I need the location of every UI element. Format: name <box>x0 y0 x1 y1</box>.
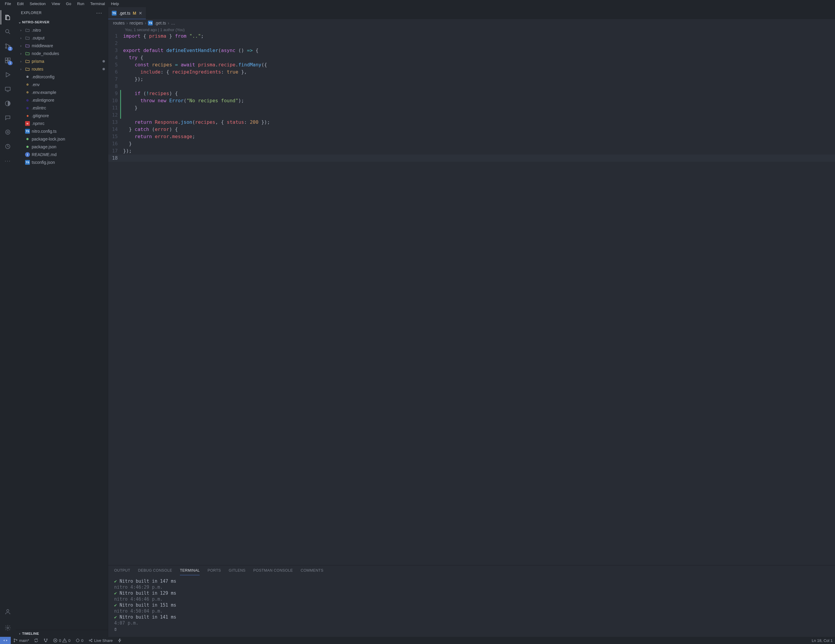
code-line[interactable]: 15 return error.message; <box>108 133 835 140</box>
code-text <box>123 154 835 162</box>
more-icon[interactable]: ··· <box>1 154 15 168</box>
breadcrumb-segment[interactable]: recipes <box>130 21 143 25</box>
ports-indicator[interactable]: 0 <box>73 638 86 643</box>
item-label: routes <box>32 67 43 72</box>
panel-tab-ports[interactable]: PORTS <box>207 568 221 575</box>
code-line[interactable]: 7 }); <box>108 76 835 83</box>
tab-get-ts[interactable]: TS .get.ts M ✕ <box>108 7 146 19</box>
terminal-output[interactable]: ✔ Nitro built in 147 msnitro 4:46:29 p.m… <box>108 575 835 637</box>
env-icon: ⚙ <box>25 90 30 95</box>
code-line[interactable]: 13 return Response.json(recipes, { statu… <box>108 119 835 126</box>
breadcrumbs[interactable]: routes›recipes›TS.get.ts›… <box>108 19 835 27</box>
code-line[interactable]: 9 if (!recipes) { <box>108 90 835 97</box>
problems-indicator[interactable]: 0 0 <box>50 638 73 643</box>
code-line[interactable]: 8 <box>108 83 835 90</box>
item-label: package-lock.json <box>32 137 65 141</box>
file--gitignore[interactable]: ◆.gitignore <box>16 112 108 120</box>
ts-icon: TS <box>25 129 30 133</box>
folder-node_modules[interactable]: ›node_modules <box>16 50 108 57</box>
sync-button[interactable] <box>31 638 41 643</box>
explorer-icon[interactable] <box>1 10 15 24</box>
settings-gear-icon[interactable] <box>1 621 15 635</box>
status-bar: main* 0 0 0 Live Share Ln 18, Col 1 <box>0 637 835 644</box>
code-line[interactable]: 6 include: { recipeIngredients: true }, <box>108 68 835 76</box>
cursor-position[interactable]: Ln 18, Col 1 <box>809 638 835 643</box>
editor-area: TS .get.ts M ✕ routes›recipes›TS.get.ts›… <box>108 7 835 637</box>
file-nitro-config-ts[interactable]: TSnitro.config.ts <box>16 127 108 135</box>
git-branch[interactable]: main* <box>11 638 31 643</box>
folder-middleware[interactable]: ›middleware <box>16 42 108 50</box>
menu-selection[interactable]: Selection <box>27 1 48 7</box>
panel-tab-terminal[interactable]: TERMINAL <box>180 568 200 575</box>
file--npmrc[interactable]: N.npmrc <box>16 120 108 127</box>
code-line[interactable]: 11 } <box>108 104 835 112</box>
code-line[interactable]: 1import { prisma } from ".."; <box>108 33 835 40</box>
bolt-icon[interactable] <box>115 638 125 643</box>
menu-help[interactable]: Help <box>109 1 121 7</box>
panel-tab-gitlens[interactable]: GITLENS <box>229 568 245 575</box>
file--env-example[interactable]: ⚙.env.example <box>16 88 108 96</box>
tab-modified-indicator: M <box>133 11 136 16</box>
code-text: }); <box>123 147 835 154</box>
live-share-button[interactable]: Live Share <box>86 638 115 643</box>
menu-terminal[interactable]: Terminal <box>88 1 107 7</box>
code-line[interactable]: 18 <box>108 154 835 162</box>
file--eslintrc[interactable]: ◎.eslintrc <box>16 104 108 112</box>
file--editorconfig[interactable]: ⚙.editorconfig <box>16 73 108 81</box>
file-package-json[interactable]: ⬢package.json <box>16 143 108 151</box>
refresh-icon[interactable] <box>1 139 15 154</box>
code-editor[interactable]: 1import { prisma } from "..";23export de… <box>108 33 835 565</box>
code-line[interactable]: 14 } catch (error) { <box>108 126 835 133</box>
source-control-icon[interactable]: 2 <box>1 39 15 53</box>
search-icon[interactable] <box>1 24 15 39</box>
file--env[interactable]: ⚙.env <box>16 81 108 88</box>
code-line[interactable]: 10 throw new Error("No recipes found"); <box>108 97 835 104</box>
line-number: 3 <box>108 47 123 54</box>
modified-dot-icon <box>102 68 105 70</box>
panel-tab-debug-console[interactable]: DEBUG CONSOLE <box>138 568 172 575</box>
panel-tab-output[interactable]: OUTPUT <box>114 568 130 575</box>
panel-tab-postman-console[interactable]: POSTMAN CONSOLE <box>253 568 293 575</box>
menu-edit[interactable]: Edit <box>15 1 26 7</box>
file-tsconfig-json[interactable]: TStsconfig.json <box>16 158 108 166</box>
remote-explorer-icon[interactable] <box>1 82 15 96</box>
code-line[interactable]: 17}); <box>108 147 835 154</box>
terminal-line: 4:07 p.m. <box>114 620 829 626</box>
run-debug-icon[interactable] <box>1 68 15 82</box>
comments-icon[interactable] <box>1 111 15 125</box>
timeline-section-header[interactable]: › TIMELINE <box>16 629 108 637</box>
menu-view[interactable]: View <box>49 1 62 7</box>
menu-run[interactable]: Run <box>75 1 87 7</box>
breadcrumb-segment[interactable]: … <box>171 21 175 25</box>
accounts-icon[interactable] <box>1 605 15 619</box>
code-line[interactable]: 12 <box>108 112 835 119</box>
folder-routes[interactable]: ›routes <box>16 65 108 73</box>
folder--output[interactable]: ›.output <box>16 34 108 42</box>
file-README-md[interactable]: iREADME.md <box>16 151 108 158</box>
git-graph-button[interactable] <box>41 638 50 643</box>
svg-point-15 <box>14 639 15 640</box>
code-line[interactable]: 4 try { <box>108 54 835 61</box>
code-line[interactable]: 3export default defineEventHandler(async… <box>108 47 835 54</box>
testing-icon[interactable] <box>1 96 15 111</box>
menu-go[interactable]: Go <box>63 1 73 7</box>
code-line[interactable]: 2 <box>108 40 835 47</box>
extensions-icon[interactable]: 1 <box>1 53 15 68</box>
breadcrumb-segment[interactable]: routes <box>113 21 125 25</box>
menu-file[interactable]: File <box>2 1 13 7</box>
sidebar-more-icon[interactable]: ··· <box>96 10 102 16</box>
folder--nitro[interactable]: ›.nitro <box>16 26 108 34</box>
file-package-lock-json[interactable]: ⬢package-lock.json <box>16 135 108 143</box>
tab-close-icon[interactable]: ✕ <box>139 11 142 16</box>
code-line[interactable]: 16 } <box>108 140 835 147</box>
folder-section-header[interactable]: ⌄ NITRO-SERVER <box>16 18 108 26</box>
gitlens-icon[interactable] <box>1 125 15 139</box>
remote-indicator[interactable] <box>0 637 11 644</box>
panel-tab-comments[interactable]: COMMENTS <box>301 568 323 575</box>
code-line[interactable]: 5 const recipes = await prisma.recipe.fi… <box>108 61 835 68</box>
modified-dot-icon <box>102 60 105 62</box>
terminal-line: ✔ Nitro built in 151 ms <box>114 602 829 608</box>
folder-prisma[interactable]: ›prisma <box>16 57 108 65</box>
breadcrumb-segment[interactable]: .get.ts <box>154 21 166 25</box>
file--eslintignore[interactable]: ◎.eslintignore <box>16 96 108 104</box>
